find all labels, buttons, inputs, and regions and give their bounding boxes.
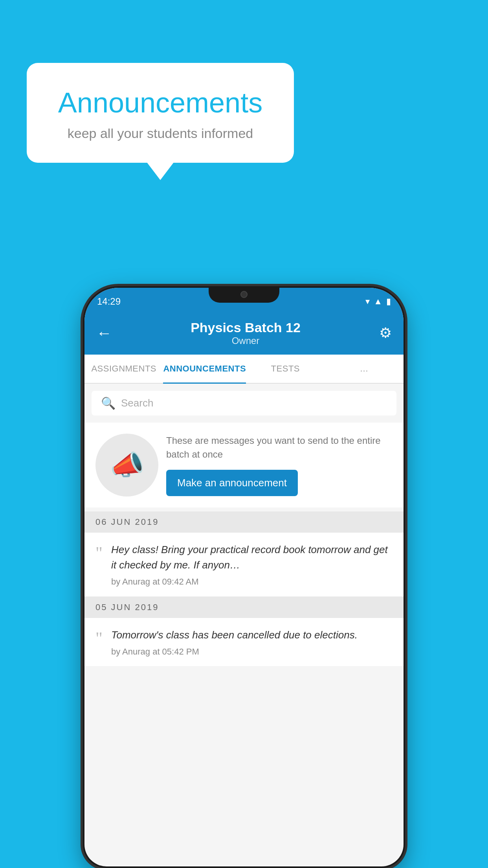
date-separator-1: 06 JUN 2019	[84, 511, 404, 533]
settings-button[interactable]: ⚙	[379, 325, 392, 341]
app-header: ← Physics Batch 12 Owner ⚙	[84, 311, 404, 355]
quote-icon-1: "	[95, 544, 103, 562]
wifi-icon: ▾	[365, 296, 370, 307]
speech-bubble-title: Announcements	[46, 86, 274, 119]
phone-notch	[209, 286, 279, 303]
quote-icon-2: "	[95, 630, 103, 647]
search-placeholder: Search	[121, 397, 153, 409]
back-button[interactable]: ←	[96, 324, 112, 342]
header-subtitle: Owner	[191, 335, 301, 346]
tab-tests[interactable]: TESTS	[246, 355, 325, 383]
make-announcement-button[interactable]: Make an announcement	[166, 470, 298, 496]
promo-description: These are messages you want to send to t…	[166, 434, 393, 462]
content-area: 🔍 Search 📣 These are messages you want t…	[84, 384, 404, 667]
announcement-content-2: Tomorrow's class has been cancelled due …	[111, 627, 393, 657]
search-icon: 🔍	[101, 396, 116, 410]
camera-notch	[240, 291, 248, 298]
promo-icon-circle: 📣	[95, 434, 158, 497]
promo-content: These are messages you want to send to t…	[166, 434, 393, 497]
search-bar[interactable]: 🔍 Search	[92, 391, 396, 416]
header-title: Physics Batch 12	[191, 320, 301, 335]
status-icons: ▾ ▲ ▮	[365, 296, 391, 307]
speech-bubble: Announcements keep all your students inf…	[27, 63, 294, 163]
announcement-item-2[interactable]: " Tomorrow's class has been cancelled du…	[84, 618, 404, 667]
announcement-text-2: Tomorrow's class has been cancelled due …	[111, 627, 393, 643]
status-time: 14:29	[97, 296, 121, 307]
tabs-bar: ASSIGNMENTS ANNOUNCEMENTS TESTS …	[84, 355, 404, 384]
speech-bubble-subtitle: keep all your students informed	[46, 126, 274, 141]
phone-screen: 14:29 ▾ ▲ ▮ ← Physics Batch 12 Owner ⚙ A…	[84, 288, 404, 866]
tab-announcements[interactable]: ANNOUNCEMENTS	[163, 355, 246, 383]
tab-more[interactable]: …	[325, 355, 404, 383]
announcement-item-1[interactable]: " Hey class! Bring your practical record…	[84, 533, 404, 597]
header-title-group: Physics Batch 12 Owner	[191, 320, 301, 346]
tab-assignments[interactable]: ASSIGNMENTS	[84, 355, 163, 383]
date-separator-2: 05 JUN 2019	[84, 597, 404, 618]
signal-icon: ▲	[374, 296, 382, 307]
phone-frame: 14:29 ▾ ▲ ▮ ← Physics Batch 12 Owner ⚙ A…	[83, 286, 405, 868]
announcement-text-1: Hey class! Bring your practical record b…	[111, 542, 393, 573]
speech-bubble-container: Announcements keep all your students inf…	[27, 63, 294, 163]
promo-card: 📣 These are messages you want to send to…	[84, 423, 404, 508]
battery-icon: ▮	[386, 296, 391, 307]
announcement-meta-2: by Anurag at 05:42 PM	[111, 647, 393, 657]
announcement-content-1: Hey class! Bring your practical record b…	[111, 542, 393, 587]
announcement-meta-1: by Anurag at 09:42 AM	[111, 577, 393, 587]
megaphone-icon: 📣	[110, 449, 144, 481]
